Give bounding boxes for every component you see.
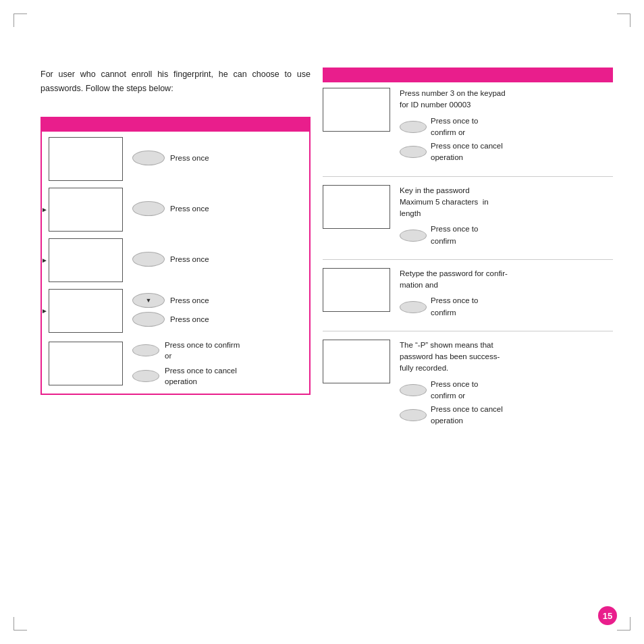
right-step-3-main: Retype the password for confir-mation an… [400, 268, 508, 292]
right-btn-oval-3a [400, 301, 427, 313]
step-5-label-1: Press once to confirmor [165, 340, 240, 361]
screen-box-5 [49, 342, 123, 385]
right-step-3: Retype the password for confir-mation an… [323, 268, 613, 320]
right-step-1-main: Press number 3 on the keypadfor ID numbe… [400, 88, 506, 111]
step-4-desc: ▼ Press once Press once [132, 293, 209, 328]
right-btn-oval-4b [400, 409, 427, 421]
button-oval-3 [132, 252, 165, 267]
corner-mark-br [617, 617, 630, 630]
left-step-5: Press once to confirmor Press once to ca… [49, 340, 302, 388]
step-4-label-2: Press once [170, 314, 209, 325]
screen-box-2: ► [49, 188, 123, 232]
right-btn-oval-1b [400, 146, 427, 158]
right-btn-label-2a: Press once toconfirm [431, 223, 478, 247]
right-btn-label-3a: Press once toconfirm [431, 295, 478, 319]
screen-box-4: ► [49, 289, 123, 333]
right-btn-oval-1a [400, 121, 427, 133]
step-3-desc: Press once [132, 252, 209, 268]
left-steps-container: Press once ► Press once ► [41, 132, 311, 395]
right-step-4-main: The “-P” shown means thatpassword has be… [400, 340, 503, 375]
step-1-label: Press once [170, 153, 209, 163]
right-step-2-desc: Key in the passwordMaximum 5 characters … [400, 185, 489, 248]
button-oval-1 [132, 151, 165, 165]
right-step-1-btn2: Press once to canceloperation [400, 140, 506, 164]
right-pink-bar [323, 68, 613, 82]
arrow-3: ► [41, 257, 48, 264]
right-step-2: Key in the passwordMaximum 5 characters … [323, 185, 613, 248]
right-step-4: The “-P” shown means thatpassword has be… [323, 340, 613, 429]
step-5-btn-row-2: Press once to canceloperation [132, 365, 240, 387]
arrow-4: ► [41, 307, 48, 315]
step-2-desc: Press once [132, 201, 209, 217]
step-5-label-2: Press once to canceloperation [165, 365, 237, 387]
divider-3 [323, 331, 613, 331]
right-btn-oval-2a [400, 230, 427, 242]
intro-text: For user who cannot enroll his fingerpri… [41, 68, 311, 97]
right-screen-1 [323, 88, 390, 132]
screen-box-3: ► [49, 238, 123, 282]
corner-mark-tr [617, 14, 630, 27]
step-5-btn-row-1: Press once to confirmor [132, 340, 240, 361]
button-oval-2 [132, 201, 165, 216]
button-oval-5a [132, 344, 159, 356]
button-oval-down-4: ▼ [132, 293, 165, 308]
left-step-2: ► Press once [49, 188, 302, 232]
left-step-1: Press once [49, 137, 302, 181]
right-btn-label-1b: Press once to canceloperation [431, 140, 503, 164]
page-number: 15 [598, 606, 617, 625]
left-column: For user who cannot enroll his fingerpri… [41, 68, 311, 395]
right-step-4-desc: The “-P” shown means thatpassword has be… [400, 340, 503, 429]
step-2-btn-row: Press once [132, 201, 209, 216]
right-btn-label-4a: Press once toconfirm or [431, 379, 478, 402]
step-1-desc: Press once [132, 151, 209, 167]
divider-1 [323, 176, 613, 177]
arrow-2: ► [41, 206, 48, 213]
right-step-1-desc: Press number 3 on the keypadfor ID numbe… [400, 88, 506, 165]
step-3-btn-row: Press once [132, 252, 209, 267]
divider-2 [323, 259, 613, 260]
button-oval-4b [132, 312, 165, 327]
step-5-desc: Press once to confirmor Press once to ca… [132, 340, 240, 388]
corner-mark-bl [14, 617, 27, 630]
right-step-2-main: Key in the passwordMaximum 5 characters … [400, 185, 489, 220]
step-4-btn-row-1: ▼ Press once [132, 293, 209, 308]
right-screen-2 [323, 185, 390, 229]
right-step-3-desc: Retype the password for confir-mation an… [400, 268, 508, 320]
right-step-1: Press number 3 on the keypadfor ID numbe… [323, 88, 613, 165]
right-btn-oval-4a [400, 384, 427, 396]
left-step-4: ► ▼ Press once Press once [49, 289, 302, 333]
right-step-4-btn2: Press once to canceloperation [400, 404, 503, 427]
right-column: Press number 3 on the keypadfor ID numbe… [323, 68, 613, 439]
step-2-label: Press once [170, 203, 209, 214]
corner-mark-tl [14, 14, 27, 27]
screen-box-1 [49, 137, 123, 181]
right-screen-3 [323, 268, 390, 312]
step-4-label-1: Press once [170, 295, 209, 306]
step-4-btn-row-2: Press once [132, 312, 209, 327]
right-screen-4 [323, 340, 390, 383]
right-step-1-btn1: Press once toconfirm or [400, 115, 506, 139]
left-step-3: ► Press once [49, 238, 302, 282]
right-btn-label-4b: Press once to canceloperation [431, 404, 503, 427]
right-btn-label-1a: Press once toconfirm or [431, 115, 478, 139]
step-3-label: Press once [170, 254, 209, 265]
left-pink-bar [41, 117, 311, 132]
right-step-4-btn1: Press once toconfirm or [400, 379, 503, 402]
right-step-3-btn1: Press once toconfirm [400, 295, 508, 319]
button-oval-5b [132, 370, 159, 382]
right-step-2-btn1: Press once toconfirm [400, 223, 489, 247]
step-1-btn-row: Press once [132, 151, 209, 165]
